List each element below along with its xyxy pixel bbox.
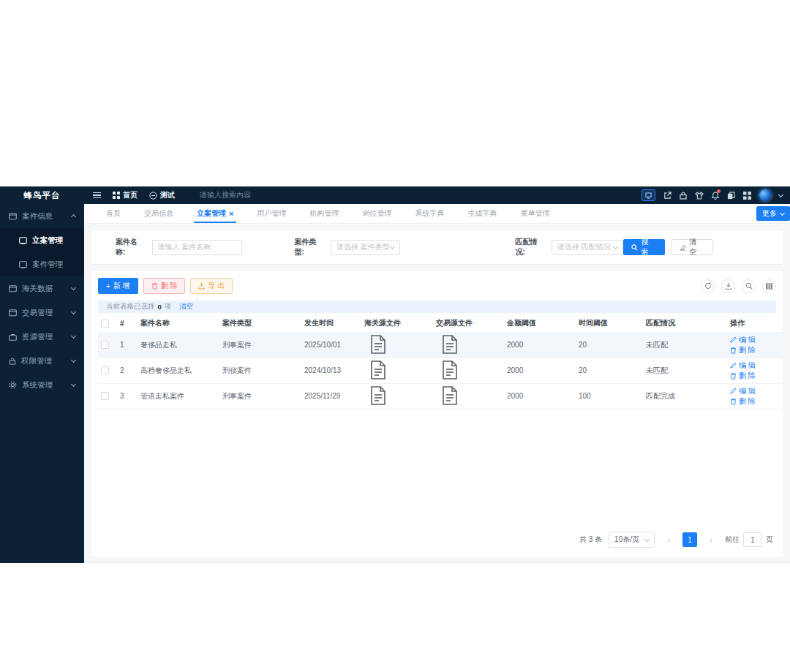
sidebar-item-permission-manage[interactable]: 权限管理 xyxy=(0,349,84,373)
copy-icon[interactable] xyxy=(727,192,735,200)
tabs-more-button[interactable]: 更多 xyxy=(756,206,790,221)
zoom-icon[interactable] xyxy=(742,279,756,293)
selection-unit: 项 xyxy=(165,302,172,312)
col-op: 操作 xyxy=(727,315,786,332)
file-document-icon[interactable] xyxy=(442,360,458,380)
cell-time: 100 xyxy=(576,383,643,409)
delete-link[interactable]: 删 除 xyxy=(730,396,756,407)
tab-org-manage[interactable]: 机构管理 xyxy=(298,204,350,223)
row-checkbox[interactable] xyxy=(101,341,109,349)
lock-icon xyxy=(9,358,16,365)
sidebar-item-resource-manage[interactable]: 资源管理 xyxy=(0,325,84,349)
page-number-1[interactable]: 1 xyxy=(682,532,697,547)
refresh-icon[interactable] xyxy=(701,279,715,293)
edit-link[interactable]: 编 辑 xyxy=(730,360,756,371)
sidebar-item-trade-manage[interactable]: 交易管理 xyxy=(0,301,84,325)
external-link-icon[interactable] xyxy=(663,192,672,200)
global-search-input[interactable]: 请输入搜索内容 xyxy=(200,190,251,200)
table-row: 1 奢侈品走私 刑事案件 2025/10/01 2000 20 未匹配 xyxy=(98,332,786,358)
cell-match: 匹配完成 xyxy=(643,383,727,409)
selection-info-bar: 当前表格已选择 0 项 清空 xyxy=(98,301,776,313)
case-name-input[interactable]: 请输入 案件名称 xyxy=(152,240,242,255)
cell-match: 未匹配 xyxy=(643,358,727,383)
monitor-icon[interactable] xyxy=(642,189,655,201)
select-all-checkbox[interactable] xyxy=(101,320,109,328)
cell-index: 2 xyxy=(117,358,138,383)
tab-system-dict[interactable]: 系统字典 xyxy=(403,204,456,223)
cell-case-name: 奢侈品走私 xyxy=(138,332,219,358)
row-checkbox[interactable] xyxy=(101,392,109,400)
app-logo: 蜂鸟平台 xyxy=(0,190,84,201)
file-document-icon[interactable] xyxy=(370,335,386,354)
case-type-select[interactable]: 请选择 案件类型 xyxy=(331,240,399,255)
goto-page: 前往 1 页 xyxy=(725,532,773,547)
cell-case-type: 刑事案件 xyxy=(219,383,301,409)
search-icon xyxy=(631,244,638,251)
col-index: # xyxy=(117,315,138,332)
file-document-icon[interactable] xyxy=(370,360,386,380)
notification-badge xyxy=(717,189,721,193)
hamburger-menu-icon[interactable] xyxy=(93,192,101,199)
row-checkbox[interactable] xyxy=(101,366,109,374)
theme-icon[interactable] xyxy=(695,192,704,200)
tab-case-filing[interactable]: 立案管理 × xyxy=(185,204,245,223)
grid-icon xyxy=(113,192,120,199)
sidebar: 案件信息 立案管理 案件管理 海关数据 交易管理 xyxy=(0,204,84,563)
chevron-down-icon[interactable] xyxy=(779,195,783,197)
sidebar-item-label: 立案管理 xyxy=(32,235,75,246)
next-page-button[interactable]: › xyxy=(704,532,718,547)
cell-case-name: 高档奢侈品走私 xyxy=(138,358,219,383)
apps-grid-icon[interactable] xyxy=(743,192,751,200)
file-document-icon[interactable] xyxy=(442,335,458,354)
breadcrumb-page[interactable]: 测试 xyxy=(149,190,175,200)
bell-icon[interactable] xyxy=(712,192,719,200)
export-icon[interactable] xyxy=(721,279,735,293)
sidebar-item-case-info[interactable]: 案件信息 xyxy=(0,204,84,228)
add-button[interactable]: + 新 增 xyxy=(98,278,138,294)
delete-button[interactable]: 删 除 xyxy=(143,278,186,294)
goto-label: 前往 xyxy=(725,535,740,545)
column-setting-icon[interactable] xyxy=(762,279,776,293)
content-area: 案件名称: 请输入 案件名称 案件类型: 请选择 案件类型 匹配情况: 请选择 … xyxy=(84,224,790,562)
search-button[interactable]: 搜 索 xyxy=(623,239,665,255)
briefcase-icon xyxy=(9,333,17,341)
sidebar-item-label: 资源管理 xyxy=(22,332,67,342)
delete-link[interactable]: 删 除 xyxy=(730,371,756,381)
sidebar-item-label: 交易管理 xyxy=(22,308,67,318)
page-size-select[interactable]: 10条/页 xyxy=(609,532,655,548)
circle-minus-icon xyxy=(149,192,157,200)
cell-case-type: 刑事案件 xyxy=(219,332,301,358)
tab-menu-manage[interactable]: 菜单管理 xyxy=(508,204,561,223)
tab-gen-dict[interactable]: 生成字典 xyxy=(456,204,508,223)
lock-icon[interactable] xyxy=(680,192,687,200)
chevron-down-icon xyxy=(71,285,76,290)
delete-link[interactable]: 删 除 xyxy=(730,345,756,355)
tab-trade-info[interactable]: 交易信息 xyxy=(132,204,185,223)
selection-count: 0 xyxy=(158,303,162,311)
case-type-label: 案件类型: xyxy=(295,237,326,257)
file-document-icon[interactable] xyxy=(442,386,458,405)
selection-text: 当前表格已选择 xyxy=(106,302,155,312)
sidebar-item-case-manage[interactable]: 案件管理 xyxy=(0,252,84,276)
sidebar-item-customs-data[interactable]: 海关数据 xyxy=(0,276,84,301)
tab-post-manage[interactable]: 岗位管理 xyxy=(350,204,403,223)
sidebar-item-system-manage[interactable]: 系统管理 xyxy=(0,373,84,397)
goto-page-input[interactable]: 1 xyxy=(743,532,762,547)
file-document-icon[interactable] xyxy=(370,386,386,405)
edit-link[interactable]: 编 辑 xyxy=(730,335,756,345)
close-icon[interactable]: × xyxy=(229,210,233,218)
match-status-select[interactable]: 请选择 匹配情况 xyxy=(552,240,623,255)
selection-clear-link[interactable]: 清空 xyxy=(179,302,193,312)
edit-link[interactable]: 编 辑 xyxy=(730,386,756,396)
reset-button[interactable]: 清 空 xyxy=(672,239,713,255)
prev-page-button[interactable]: ‹ xyxy=(661,532,676,547)
sidebar-item-label: 系统管理 xyxy=(22,380,67,390)
chevron-down-icon xyxy=(389,243,394,249)
avatar[interactable] xyxy=(759,189,771,201)
case-table: # 案件名称 案件类型 发生时间 海关源文件 交易源文件 金额阈值 时间阈值 匹… xyxy=(98,315,786,409)
tab-home[interactable]: 首页 xyxy=(94,204,132,223)
breadcrumb-home[interactable]: 首页 xyxy=(113,190,138,200)
sidebar-item-case-filing[interactable]: 立案管理 xyxy=(0,228,84,252)
export-button[interactable]: 导 出 xyxy=(190,278,233,294)
tab-user-manage[interactable]: 用户管理 xyxy=(245,204,298,223)
